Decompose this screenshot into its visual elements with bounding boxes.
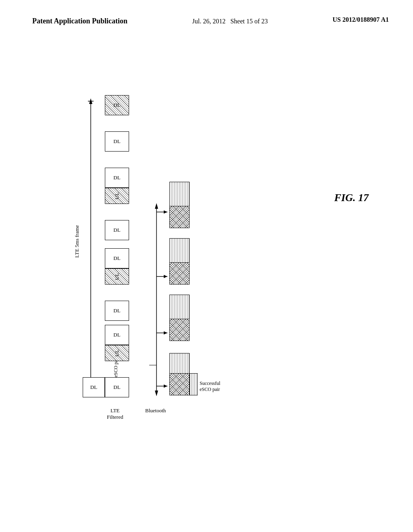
bt-escopair-5 [169, 319, 190, 341]
lte-dl-box-3: DL [105, 168, 129, 188]
bluetooth-label: Bluetooth [145, 407, 166, 414]
page-header: Patent Application Publication Jul. 26, … [0, 0, 413, 35]
bt-escopair-bottom [169, 373, 190, 395]
lte-frame-label: LTE 5ms frame [74, 225, 80, 258]
lte-dl-box-1: DL [105, 95, 129, 115]
lte-dl-box-6: DL [105, 301, 129, 321]
svg-marker-12 [164, 210, 167, 214]
successful-escopair-label: SuccessfuleSCO pair [200, 380, 220, 393]
svg-marker-1 [89, 98, 92, 104]
publication-date-sheet: Jul. 26, 2012 Sheet 15 of 23 [192, 16, 268, 27]
lte-ul-box-7: UL [105, 345, 129, 361]
svg-marker-6 [164, 384, 167, 388]
svg-marker-8 [164, 331, 167, 335]
svg-marker-19 [155, 391, 158, 396]
bt-escopair-3 [169, 206, 190, 228]
bt-box-3 [169, 182, 190, 208]
publication-number: US 2012/0188907 A1 [332, 16, 389, 23]
bt-box-6 [169, 353, 190, 375]
lte-dl-box-5: DL [105, 248, 129, 268]
bt-vert-bottom [190, 373, 198, 395]
diagram-container: LTE 5ms frame FIG. 17 LTEFiltered Blueto… [0, 39, 413, 514]
svg-marker-10 [164, 275, 167, 278]
lte-dl-box-4: DL [105, 220, 129, 240]
lte-dl-box-7: DL [105, 325, 129, 345]
lte-dl-box-2: DL [105, 131, 129, 152]
publication-title: Patent Application Publication [32, 16, 127, 26]
svg-marker-18 [155, 203, 158, 209]
lte-filtered-label: LTEFiltered [107, 407, 123, 420]
lte-dl-box-8a: DL [105, 377, 129, 397]
bt-box-4 [169, 238, 190, 264]
lte-ul-box-3: UL [105, 188, 129, 204]
diagram-svg [0, 39, 413, 514]
bt-box-5 [169, 295, 190, 321]
lte-dl-box-8b: DL [83, 377, 105, 397]
lte-ul-box-5: UL [105, 268, 129, 285]
fig-label: FIG. 17 [334, 192, 369, 204]
bt-escopair-4 [169, 262, 190, 285]
